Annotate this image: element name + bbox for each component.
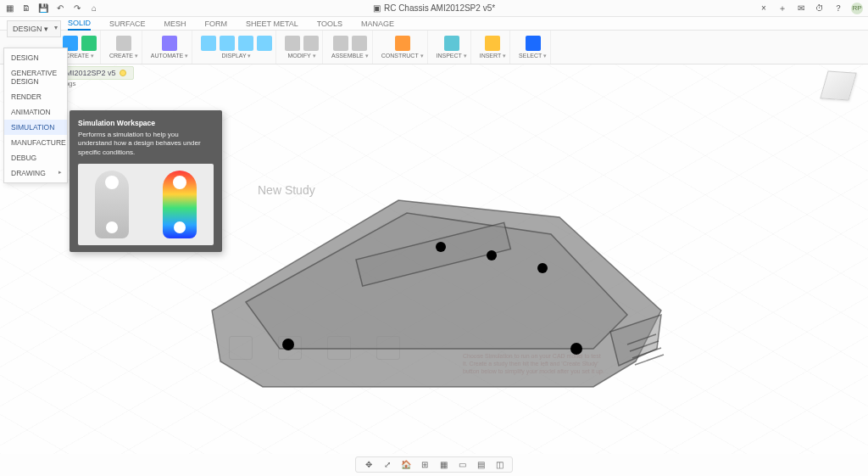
tab-manage[interactable]: MANAGE [361, 20, 394, 28]
ribbon-group-construct: CONSTRUCT [378, 31, 428, 64]
titlebar-right-controls: × ＋ ✉ ⏱ ？ RP [758, 3, 868, 14]
job-status-icon[interactable]: ⏱ [814, 3, 826, 14]
app-menu-icon[interactable]: ▦ [3, 3, 15, 14]
measure-icon[interactable] [444, 36, 459, 51]
file-icon[interactable]: 🗎 [20, 3, 32, 14]
plane-icon[interactable] [395, 36, 410, 51]
ribbon-label[interactable]: AUTOMATE [151, 53, 188, 59]
workspace-switcher[interactable]: DESIGN ▾ [7, 20, 61, 37]
title-bar: ▦ 🗎 💾 ↶ ↷ ⌂ ▣ RC Chassis AMI2012SP2 v5* … [0, 0, 868, 17]
bracket-fea-icon [163, 171, 197, 238]
home-view-icon[interactable]: 🏠 [400, 460, 412, 469]
tooltip-title: Simulation Workspace [78, 119, 214, 127]
joint-icon[interactable] [333, 36, 348, 51]
ws-item-drawing[interactable]: DRAWING [4, 165, 67, 181]
tooltip-preview-image [78, 164, 214, 245]
ribbon-label[interactable]: ASSEMBLE [331, 53, 369, 59]
ws-item-render[interactable]: RENDER [4, 89, 67, 104]
extensions-icon[interactable]: ＋ [776, 3, 788, 14]
document-title: ▣ RC Chassis AMI2012SP2 v5* [373, 3, 495, 13]
avatar[interactable]: RP [851, 3, 863, 14]
display-icon[interactable] [201, 36, 216, 51]
workspace-tooltip: Simulation Workspace Performs a simulati… [70, 110, 222, 252]
fusion-logo-icon: ▣ [373, 3, 381, 13]
ribbon-group-select: SELECT [515, 31, 551, 64]
ribbon-group-inspect: INSPECT [433, 31, 471, 64]
ribbon-label[interactable]: CREATE [65, 53, 94, 59]
ribbon-group-insert: INSERT [476, 31, 510, 64]
hint-text: Choose Simulation to run on your CAD mod… [463, 353, 607, 375]
version-badge-icon [120, 70, 126, 76]
ws-item-manufacture[interactable]: MANUFACTURE [4, 135, 67, 150]
insert-icon[interactable] [485, 36, 500, 51]
ribbon-label[interactable]: SELECT [519, 53, 547, 59]
display-icon[interactable] [238, 36, 253, 51]
tab-surface[interactable]: SURFACE [109, 20, 146, 28]
ribbon-label[interactable]: DISPLAY [222, 53, 252, 59]
ribbon-label[interactable]: CONSTRUCT [381, 53, 424, 59]
close-doc-icon[interactable]: × [758, 3, 770, 14]
fillet-icon[interactable] [285, 36, 300, 51]
ribbon-group-automate: AUTOMATE [147, 31, 192, 64]
new-component-icon[interactable] [81, 36, 97, 51]
viewport-layout-icon[interactable]: ▭ [456, 460, 468, 469]
tab-sheetmetal[interactable]: SHEET METAL [246, 20, 298, 28]
pan-icon[interactable]: ⤢ [381, 460, 393, 469]
home-icon[interactable]: ⌂ [88, 3, 100, 14]
save-icon[interactable]: 💾 [37, 3, 49, 14]
redo-icon[interactable]: ↷ [71, 3, 83, 14]
svg-point-8 [537, 263, 548, 273]
document-title-text: RC Chassis AMI2012SP2 v5* [384, 3, 495, 13]
orbit-icon[interactable]: ✥ [363, 460, 375, 469]
grid-icon[interactable]: ▤ [475, 460, 487, 469]
assemble-icon[interactable] [352, 36, 367, 51]
ribbon-toolbar: CREATE CREATE AUTOMATE DISPLAY MODIFY AS… [0, 31, 868, 64]
bracket-plain-icon [95, 171, 129, 238]
tab-tools[interactable]: TOOLS [317, 20, 342, 28]
ws-item-debug[interactable]: DEBUG [4, 150, 67, 165]
ws-item-design[interactable]: DESIGN [4, 50, 67, 65]
notifications-icon[interactable]: ✉ [795, 3, 807, 14]
workspace-menu: DESIGN GENERATIVE DESIGN RENDER ANIMATIO… [3, 48, 68, 183]
display-icon[interactable] [257, 36, 272, 51]
tab-form[interactable]: FORM [205, 20, 228, 28]
ribbon-tabs: SOLID SURFACE MESH FORM SHEET METAL TOOL… [0, 17, 868, 31]
svg-point-6 [436, 242, 446, 252]
ribbon-label[interactable]: MODIFY [288, 53, 316, 59]
ws-item-animation[interactable]: ANIMATION [4, 104, 67, 120]
ribbon-group-display: DISPLAY [198, 31, 276, 64]
ribbon-group-modify: MODIFY [281, 31, 323, 64]
model-chassis[interactable] [186, 166, 695, 429]
tab-mesh[interactable]: MESH [164, 20, 186, 28]
svg-point-4 [282, 339, 294, 350]
ribbon-group-create2: CREATE [106, 31, 142, 64]
view-navbar: ✥ ⤢ 🏠 ⊞ ▦ ▭ ▤ ◫ [355, 456, 513, 473]
tab-solid[interactable]: SOLID [68, 17, 91, 31]
ws-item-generative[interactable]: GENERATIVE DESIGN [4, 65, 67, 89]
ribbon-label[interactable]: CREATE [109, 53, 138, 59]
lookat-icon[interactable]: ⊞ [419, 460, 431, 469]
extrude-icon[interactable] [116, 36, 131, 51]
titlebar-left-controls: ▦ 🗎 💾 ↶ ↷ ⌂ [0, 3, 100, 14]
automate-icon[interactable] [162, 36, 177, 51]
ribbon-label[interactable]: INSPECT [437, 53, 467, 59]
ws-item-simulation[interactable]: SIMULATION [4, 120, 67, 135]
ribbon-group-assemble: ASSEMBLE [328, 31, 373, 64]
undo-icon[interactable]: ↶ [54, 3, 66, 14]
tooltip-body: Performs a simulation to help you unders… [78, 131, 214, 157]
help-icon[interactable]: ？ [832, 3, 844, 14]
move-icon[interactable] [303, 36, 319, 51]
select-icon[interactable] [526, 36, 541, 51]
ribbon-label[interactable]: INSERT [480, 53, 506, 59]
svg-point-7 [487, 250, 497, 260]
display-mode-icon[interactable]: ▦ [437, 460, 449, 469]
display-icon[interactable] [220, 36, 235, 51]
fullscreen-icon[interactable]: ◫ [493, 460, 505, 469]
